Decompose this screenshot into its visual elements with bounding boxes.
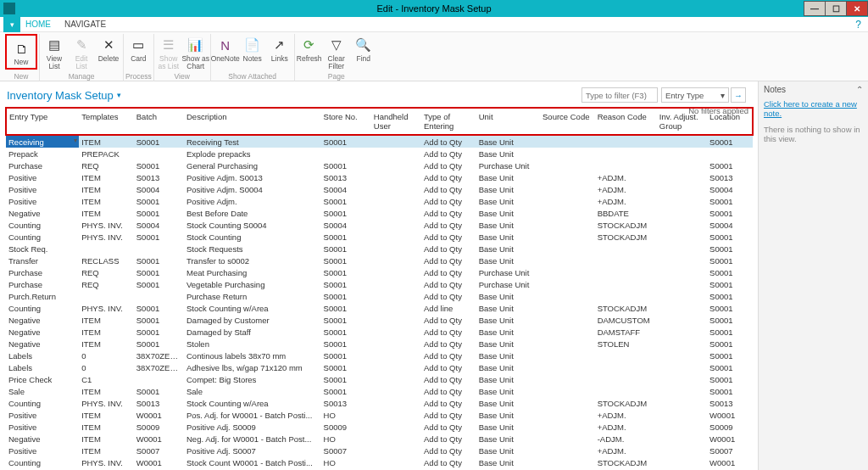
cell[interactable]: Add to Qty	[421, 421, 476, 433]
cell[interactable]: C1	[79, 373, 134, 385]
cell[interactable]	[371, 326, 421, 338]
column-header[interactable]: Handheld User	[371, 108, 421, 135]
create-note-link[interactable]: Click here to create a new note.	[764, 99, 863, 118]
cell[interactable]: S0001	[707, 135, 753, 148]
cell[interactable]	[657, 456, 707, 468]
table-row[interactable]: PositiveITEMS0007Positive Adj. S0007S000…	[6, 445, 753, 456]
cell[interactable]: S0001	[321, 207, 371, 219]
maximize-button[interactable]: ☐	[825, 1, 847, 16]
cell[interactable]: Base Unit	[476, 255, 540, 266]
cell[interactable]: S0001	[321, 326, 371, 338]
table-row[interactable]: CountingPHYS. INV.W0001Stock Count W0001…	[6, 456, 753, 468]
cell[interactable]	[134, 243, 184, 255]
cell[interactable]: Vegetable Purchasing	[184, 278, 321, 290]
cell[interactable]	[371, 135, 421, 148]
cell[interactable]	[595, 350, 657, 361]
cell[interactable]: Add to Qty	[421, 445, 476, 456]
cell[interactable]	[657, 195, 707, 207]
table-row[interactable]: CountingPHYS. INV.S0013Stock Counting w/…	[6, 397, 753, 409]
clear-filter-button[interactable]: ▽Clear Filter	[324, 34, 349, 70]
cell[interactable]	[540, 397, 595, 409]
table-row[interactable]: SaleITEMS0001SaleS0001Add to QtyBase Uni…	[6, 385, 753, 397]
table-row[interactable]: CountingPHYS. INV.S0004Stock Counting S0…	[6, 219, 753, 231]
table-row[interactable]: CountingPHYS. INV.S0001Stock Counting w/…	[6, 302, 753, 314]
cell[interactable]: Base Unit	[476, 290, 540, 302]
cell[interactable]: PHYS. INV.	[79, 302, 134, 314]
cell[interactable]	[371, 456, 421, 468]
cell[interactable]: REQ	[79, 278, 134, 290]
cell[interactable]: W0001	[707, 433, 753, 445]
cell[interactable]: Base Unit	[476, 195, 540, 207]
cell[interactable]: ITEM	[79, 314, 134, 326]
notes-button[interactable]: 📄Notes	[240, 34, 265, 63]
cell[interactable]: S0001	[321, 255, 371, 266]
cell[interactable]: S0001	[321, 314, 371, 326]
cell[interactable]	[540, 433, 595, 445]
cell[interactable]: S0001	[707, 385, 753, 397]
cell[interactable]	[540, 385, 595, 397]
cell[interactable]: S0001	[707, 350, 753, 361]
cell[interactable]: STOCKADJM	[595, 219, 657, 231]
cell[interactable]: +ADJM.	[595, 195, 657, 207]
cell[interactable]: S0001	[134, 255, 184, 266]
cell[interactable]: Sale	[184, 385, 321, 397]
cell[interactable]: W0001	[707, 456, 753, 468]
cell[interactable]: Price Check	[6, 373, 79, 385]
cell[interactable]	[371, 195, 421, 207]
cell[interactable]: Stock Counting w/Area	[184, 397, 321, 409]
cell[interactable]: Add to Qty	[421, 373, 476, 385]
cell[interactable]	[371, 159, 421, 171]
cell[interactable]: Receiving▾	[6, 135, 79, 148]
cell[interactable]	[657, 278, 707, 290]
cell[interactable]	[657, 243, 707, 255]
cell[interactable]: Stock Counting S0004	[184, 219, 321, 231]
cell[interactable]	[657, 290, 707, 302]
cell[interactable]: Stock Count W0001 - Batch Posti...	[184, 456, 321, 468]
cell[interactable]	[595, 385, 657, 397]
table-row[interactable]: PositiveITEMS0013Positive Adjm. S0013S00…	[6, 171, 753, 183]
cell[interactable]: Counting	[6, 231, 79, 243]
cell[interactable]	[657, 350, 707, 361]
cell[interactable]: S0004	[321, 219, 371, 231]
page-title-dropdown-icon[interactable]: ▾	[117, 91, 121, 99]
onenote-button[interactable]: NOneNote	[213, 34, 238, 63]
cell[interactable]	[595, 159, 657, 171]
cell[interactable]: Positive Adjm. S0004	[184, 183, 321, 195]
cell[interactable]: Counting	[6, 397, 79, 409]
cell[interactable]: ITEM	[79, 195, 134, 207]
cell[interactable]: Base Unit	[476, 314, 540, 326]
cell[interactable]: S0001	[707, 278, 753, 290]
cell[interactable]: S0004	[707, 183, 753, 195]
cell[interactable]: Counting	[6, 302, 79, 314]
cell[interactable]: Purchase	[6, 159, 79, 171]
column-header[interactable]: Unit	[476, 108, 540, 135]
collapse-icon[interactable]: ⌃	[856, 85, 863, 94]
cell[interactable]: S0001	[321, 135, 371, 148]
cell[interactable]: ITEM	[79, 135, 134, 148]
column-header[interactable]: Store No.	[321, 108, 371, 135]
cell[interactable]: S0001	[707, 314, 753, 326]
cell[interactable]	[657, 373, 707, 385]
cell[interactable]	[657, 338, 707, 350]
table-row[interactable]: PositiveITEMS0001Positive Adjm.S0001Add …	[6, 195, 753, 207]
cell[interactable]	[657, 255, 707, 266]
cell[interactable]: Base Unit	[476, 385, 540, 397]
cell[interactable]	[657, 207, 707, 219]
cell[interactable]: Negative	[6, 326, 79, 338]
cell[interactable]: Positive	[6, 421, 79, 433]
cell[interactable]: S0013	[134, 171, 184, 183]
cell[interactable]	[657, 159, 707, 171]
cell[interactable]: Positive	[6, 195, 79, 207]
cell[interactable]: Purchase Unit	[476, 278, 540, 290]
cell[interactable]	[595, 135, 657, 148]
cell[interactable]: Sale	[6, 385, 79, 397]
cell[interactable]: General Purchasing	[184, 159, 321, 171]
table-row[interactable]: NegativeITEMS0001StolenS0001Add to QtyBa…	[6, 338, 753, 350]
cell[interactable]: Base Unit	[476, 219, 540, 231]
cell[interactable]: Base Unit	[476, 456, 540, 468]
cell[interactable]: W0001	[134, 456, 184, 468]
cell[interactable]: S0001	[134, 302, 184, 314]
cell[interactable]: S0001	[321, 361, 371, 373]
cell[interactable]	[540, 195, 595, 207]
cell[interactable]	[595, 243, 657, 255]
